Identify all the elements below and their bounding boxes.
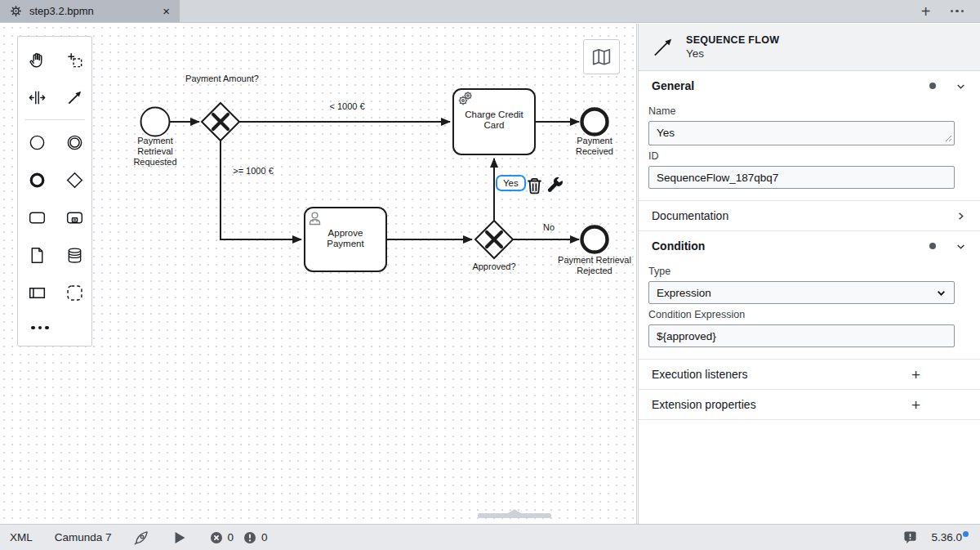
update-available-dot: [963, 531, 969, 537]
create-task-icon[interactable]: [18, 199, 56, 236]
gateway-approved-label[interactable]: Approved?: [461, 262, 527, 272]
create-intermediate-event-icon[interactable]: [56, 123, 93, 161]
section-execution-listeners-header[interactable]: Execution listeners +: [639, 360, 980, 389]
element-name-heading: Yes: [686, 47, 779, 60]
tab-close-icon[interactable]: ×: [163, 5, 170, 17]
section-execution-listeners-title: Execution listeners: [652, 368, 748, 381]
sequence-flow-icon: [652, 36, 674, 58]
flow-gte-1000-label[interactable]: >= 1000 €: [218, 166, 288, 177]
id-field-label: ID: [648, 150, 955, 162]
warnings-icon: [243, 531, 256, 544]
section-execution-listeners: Execution listeners +: [639, 360, 980, 390]
section-condition: Condition Type Expression Condition Expr…: [639, 231, 980, 360]
deploy-rocket-icon[interactable]: [133, 530, 149, 546]
end-event-payment-received-shape[interactable]: [582, 110, 608, 135]
task-charge-credit-card-label[interactable]: Charge Credit Card: [462, 110, 526, 131]
engine-profile-button[interactable]: Camunda 7: [55, 531, 112, 543]
condition-expression-label: Condition Expression: [648, 309, 955, 320]
section-general-title: General: [652, 79, 694, 92]
section-extension-properties: Extension properties +: [639, 390, 980, 420]
tab-bar-actions: +: [921, 0, 980, 22]
start-event-shape[interactable]: [141, 108, 170, 136]
condition-expression-field[interactable]: [648, 324, 955, 347]
tab-step3-2-bpmn[interactable]: step3.2.bpmn ×: [0, 0, 180, 22]
create-start-event-icon[interactable]: [18, 123, 56, 161]
section-condition-title: Condition: [652, 239, 705, 253]
bpmn-canvas[interactable]: Payment Retrieval Requested Payment Amou…: [0, 24, 637, 524]
create-end-event-icon[interactable]: [18, 161, 56, 199]
end-payment-rejected-label[interactable]: Payment Retrieval Rejected: [554, 255, 635, 276]
chevron-right-icon[interactable]: [955, 210, 967, 222]
properties-panel: SEQUENCE FLOW Yes General Name Yes ID: [638, 24, 980, 524]
bpmn-file-gear-icon: [10, 5, 22, 17]
section-documentation-title: Documentation: [652, 209, 728, 222]
global-connect-tool-icon[interactable]: [56, 78, 93, 116]
start-event-label[interactable]: Payment Retrieval Requested: [131, 136, 180, 168]
resize-handle-icon[interactable]: [945, 135, 952, 142]
add-extension-property-button[interactable]: +: [911, 397, 920, 413]
start-instance-play-icon[interactable]: [175, 532, 185, 543]
version-number: 5.36.0: [931, 531, 962, 543]
gateway-payment-amount-label[interactable]: Payment Amount?: [173, 74, 271, 84]
new-tab-button[interactable]: +: [921, 3, 931, 20]
create-subprocess-icon[interactable]: [56, 199, 93, 236]
name-field-label: Name: [648, 105, 955, 117]
flow-yes-label-selected[interactable]: Yes: [496, 175, 526, 191]
flow-lt-1000-label[interactable]: < 1000 €: [306, 101, 388, 112]
section-extension-properties-title: Extension properties: [652, 398, 756, 411]
flow-no-label[interactable]: No: [532, 222, 565, 233]
lasso-tool-icon[interactable]: [56, 41, 93, 78]
errors-count: 0: [228, 531, 234, 543]
delete-trash-icon[interactable]: [527, 177, 542, 195]
chevron-down-icon[interactable]: [955, 240, 967, 253]
end-event-payment-rejected-shape[interactable]: [582, 227, 608, 253]
condition-edited-dot: [929, 243, 936, 249]
status-bar: XML Camunda 7 0 0 5.36.0: [0, 524, 980, 550]
section-condition-header[interactable]: Condition: [639, 231, 980, 261]
toggle-xml-button[interactable]: XML: [10, 531, 33, 543]
problems-badges[interactable]: 0 0: [210, 531, 268, 544]
errors-icon: [210, 531, 223, 544]
version-label[interactable]: 5.36.0: [931, 531, 969, 543]
feedback-icon[interactable]: [903, 530, 917, 544]
tab-title: step3.2.bpmn: [29, 5, 94, 17]
create-group-icon[interactable]: [56, 274, 93, 311]
space-tool-icon[interactable]: [18, 78, 56, 116]
palette-separator: [24, 119, 85, 120]
tab-bar: step3.2.bpmn × +: [0, 0, 980, 23]
create-gateway-icon[interactable]: [56, 161, 93, 199]
hand-tool-icon[interactable]: [18, 41, 56, 78]
element-type-heading: SEQUENCE FLOW: [686, 34, 779, 46]
add-execution-listener-button[interactable]: +: [911, 367, 920, 382]
general-edited-dot: [929, 83, 936, 89]
palette-more-icon[interactable]: [18, 311, 91, 344]
section-documentation-header[interactable]: Documentation: [639, 201, 980, 230]
chevron-down-icon[interactable]: [955, 80, 967, 92]
create-participant-icon[interactable]: [18, 274, 56, 311]
end-payment-received-label[interactable]: Payment Received: [568, 136, 621, 157]
warnings-count: 0: [261, 531, 268, 543]
minimap-toggle-button[interactable]: [583, 39, 620, 74]
section-general-header[interactable]: General: [639, 71, 980, 101]
bottom-panel-handle[interactable]: [478, 513, 551, 518]
section-extension-properties-header[interactable]: Extension properties +: [639, 390, 980, 419]
create-data-store-icon[interactable]: [56, 236, 93, 274]
bpmn-diagram: [0, 24, 637, 524]
map-icon: [590, 47, 612, 67]
create-data-object-icon[interactable]: [18, 236, 56, 274]
condition-type-select[interactable]: Expression: [648, 281, 955, 304]
section-documentation: Documentation: [639, 201, 980, 231]
task-approve-payment-label[interactable]: Approve Payment: [317, 228, 374, 249]
tab-overflow-menu-icon[interactable]: [951, 10, 964, 13]
section-general: General Name Yes ID: [639, 71, 980, 201]
change-element-wrench-icon[interactable]: [545, 176, 564, 195]
element-palette: [17, 36, 92, 347]
id-field[interactable]: [648, 166, 955, 189]
condition-type-label: Type: [648, 266, 955, 277]
properties-panel-header: SEQUENCE FLOW Yes: [639, 24, 980, 71]
name-field[interactable]: Yes: [648, 121, 955, 145]
flow-gte-1000[interactable]: [220, 141, 301, 239]
